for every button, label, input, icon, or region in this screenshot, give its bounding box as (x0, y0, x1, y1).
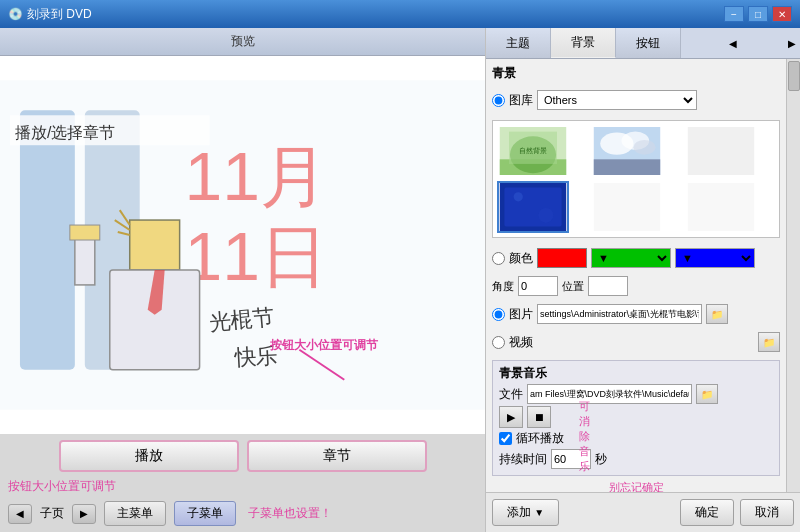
svg-rect-10 (130, 220, 180, 270)
file-label: 文件 (499, 386, 523, 403)
music-play-button[interactable]: ▶ (499, 406, 523, 428)
color-label: 颜色 (509, 250, 533, 267)
svg-rect-25 (594, 159, 660, 175)
tab-theme[interactable]: 主题 (486, 28, 551, 58)
left-panel: 预览 播放/选择章节 11月 11日 (0, 28, 486, 532)
color-row: 颜色 ▼ ▼ (492, 248, 780, 268)
image-radio[interactable] (492, 308, 505, 321)
svg-text:11月: 11月 (185, 139, 328, 214)
angle-label: 角度 (492, 279, 514, 294)
svg-point-33 (539, 208, 554, 223)
background-section-label: 青景 (492, 65, 780, 82)
music-file-row: 文件 📁 (499, 384, 773, 404)
music-browse-button[interactable]: 📁 (696, 384, 718, 404)
right-content: 青景 图库 Others (486, 59, 786, 492)
color-blue-dropdown[interactable]: ▼ (675, 248, 755, 268)
thumbnail-item-5[interactable] (591, 181, 663, 233)
svg-text:播放/选择章节: 播放/选择章节 (15, 124, 115, 141)
svg-rect-29 (688, 127, 754, 175)
music-section-label: 青景音乐 (499, 365, 773, 382)
tab-prev-arrow[interactable]: ◀ (725, 28, 741, 58)
loop-row: 循环播放 (499, 430, 773, 447)
position-label: 位置 (562, 279, 584, 294)
button-annotation: 按钮大小位置可调节 (8, 478, 116, 495)
gallery-dropdown[interactable]: Others (537, 90, 697, 110)
duration-unit: 秒 (595, 451, 607, 468)
preview-header: 预览 (0, 28, 485, 56)
svg-rect-16 (70, 225, 100, 240)
music-path-input[interactable] (527, 384, 692, 404)
tab-button[interactable]: 按钮 (616, 28, 681, 58)
right-content-wrapper: 青景 图库 Others (486, 59, 800, 492)
loop-label: 循环播放 (516, 430, 564, 447)
bottom-buttons: 添加 ▼ 确定 取消 (486, 492, 800, 532)
title-bar-controls: − □ ✕ (724, 6, 792, 22)
loop-checkbox[interactable] (499, 432, 512, 445)
play-button[interactable]: 播放 (59, 440, 239, 472)
svg-point-32 (514, 192, 523, 201)
tab-next-arrow[interactable]: ▶ (784, 28, 800, 58)
svg-rect-35 (688, 183, 754, 231)
maximize-button[interactable]: □ (748, 6, 768, 22)
position-input[interactable] (588, 276, 628, 296)
reminder-annotation: 别忘记确定 (492, 480, 780, 492)
chapter-button[interactable]: 章节 (247, 440, 427, 472)
image-browse-button[interactable]: 📁 (706, 304, 728, 324)
add-button[interactable]: 添加 ▼ (492, 499, 559, 526)
duration-row: 持续时间 秒 (499, 449, 773, 469)
main-buttons-row: 播放 章节 (8, 440, 477, 472)
color-radio[interactable] (492, 252, 505, 265)
duration-label: 持续时间 (499, 451, 547, 468)
prev-nav-button[interactable]: ◀ (8, 504, 32, 524)
title-bar-title: 💿 刻录到 DVD (8, 6, 92, 23)
svg-rect-31 (504, 188, 561, 227)
svg-point-28 (633, 140, 655, 155)
thumbnail-item-2[interactable] (591, 125, 663, 177)
music-controls-row: ▶ ⏹ 可消除音乐 (499, 406, 773, 428)
thumbnail-item-6[interactable] (685, 181, 757, 233)
thumbnail-item-4[interactable] (497, 181, 569, 233)
sub-menu-row: ◀ 子页 ▶ 主菜单 子菜单 子菜单也设置！ (8, 501, 477, 526)
svg-text:11日: 11日 (185, 219, 328, 294)
app-icon: 💿 (8, 7, 23, 21)
thumbnail-grid: 自然背景 (492, 120, 780, 238)
svg-rect-2 (20, 110, 75, 369)
cancel-button[interactable]: 取消 (740, 499, 794, 526)
music-section: 青景音乐 文件 📁 ▶ ⏹ 可消除音乐 (492, 360, 780, 476)
image-row: 图片 📁 (492, 304, 780, 324)
image-path-input[interactable] (537, 304, 702, 324)
preview-area: 播放/选择章节 11月 11日 光棍节 快乐 (0, 56, 485, 434)
main-menu-button[interactable]: 主菜单 (104, 501, 166, 526)
close-button[interactable]: ✕ (772, 6, 792, 22)
angle-input[interactable] (518, 276, 558, 296)
image-label: 图片 (509, 306, 533, 323)
tabs-bar: 主题 背景 按钮 ◀ ▶ (486, 28, 800, 59)
svg-rect-34 (594, 183, 660, 231)
tab-background[interactable]: 背景 (551, 28, 616, 58)
scrollbar[interactable] (786, 59, 800, 492)
sub-menu-button[interactable]: 子菜单 (174, 501, 236, 526)
video-label: 视频 (509, 334, 533, 351)
angle-row: 角度 位置 (492, 276, 780, 296)
title-bar: 💿 刻录到 DVD − □ ✕ (0, 0, 800, 28)
next-nav-button[interactable]: ▶ (72, 504, 96, 524)
gallery-label: 图库 (509, 92, 533, 109)
submenu-annotation: 子菜单也设置！ (248, 505, 332, 522)
main-container: 预览 播放/选择章节 11月 11日 (0, 28, 800, 532)
thumbnail-item-1[interactable]: 自然背景 (497, 125, 569, 177)
color-green-dropdown[interactable]: ▼ (591, 248, 671, 268)
music-annotation: 可消除音乐 (579, 399, 590, 474)
bottom-controls: 播放 章节 按钮大小位置可调节 ◀ 子页 ▶ 主菜单 子菜单 (0, 434, 485, 532)
music-stop-button[interactable]: ⏹ (527, 406, 551, 428)
minimize-button[interactable]: − (724, 6, 744, 22)
gallery-row: 图库 Others (492, 90, 780, 110)
video-radio[interactable] (492, 336, 505, 349)
thumbnail-item-3[interactable] (685, 125, 757, 177)
color-red-button[interactable] (537, 248, 587, 268)
play-annotation: 按钮大小位置可调节 (270, 337, 378, 354)
right-panel: 主题 背景 按钮 ◀ ▶ 青景 图库 (486, 28, 800, 532)
svg-text:自然背景: 自然背景 (519, 146, 547, 155)
gallery-radio[interactable] (492, 94, 505, 107)
video-browse-button[interactable]: 📁 (758, 332, 780, 352)
confirm-button[interactable]: 确定 (680, 499, 734, 526)
